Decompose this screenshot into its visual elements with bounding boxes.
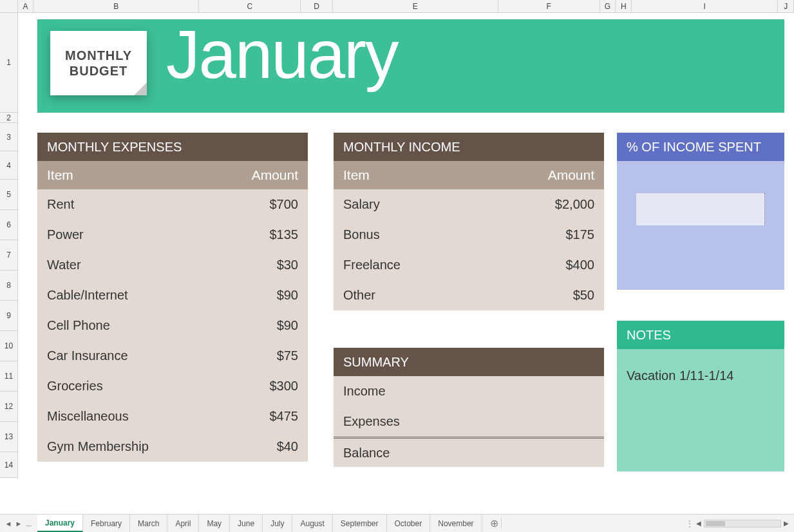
sheet-tab-january[interactable]: January: [37, 515, 83, 532]
note-line-1: MONTHLY: [65, 48, 132, 63]
col-header-B[interactable]: B: [33, 0, 199, 12]
tab-next-icon[interactable]: ►: [14, 520, 23, 527]
sheet-tab-september[interactable]: September: [333, 515, 387, 532]
hscroll-left-icon[interactable]: ◀: [696, 520, 701, 527]
note-line-2: BUDGET: [70, 63, 128, 79]
hscroll-thumb[interactable]: [706, 521, 725, 526]
income-panel: MONTHLY INCOME Item Amount Salary$2,000B…: [334, 133, 604, 310]
expense-item: Power: [37, 227, 270, 242]
col-header-G[interactable]: G: [600, 0, 616, 12]
summary-row[interactable]: Expenses: [334, 406, 604, 437]
expense-row[interactable]: Gym Membership$40: [37, 432, 308, 462]
summary-row[interactable]: Income: [334, 376, 604, 406]
summary-item: Balance: [334, 446, 594, 461]
row-header-9[interactable]: 9: [0, 301, 17, 331]
income-subheader: Item Amount: [334, 161, 604, 189]
income-row[interactable]: Bonus$175: [334, 220, 604, 250]
expense-item: Cell Phone: [37, 318, 277, 333]
tab-prev-icon[interactable]: ◄: [4, 520, 13, 527]
row-header-2[interactable]: 2: [0, 113, 17, 123]
income-item: Freelance: [334, 258, 566, 272]
col-header-J[interactable]: J: [778, 0, 794, 12]
expense-item: Miscellaneous: [37, 409, 270, 424]
expense-row[interactable]: Rent$700: [37, 189, 308, 220]
notes-header: NOTES: [617, 321, 784, 349]
hscroll-dots-icon[interactable]: ⋮: [686, 519, 694, 528]
sheet-tab-bar: ◄ ► ... JanuaryFebruaryMarchAprilMayJune…: [0, 514, 794, 532]
pct-income-panel: % OF INCOME SPENT: [617, 133, 784, 290]
col-header-I[interactable]: I: [632, 0, 778, 12]
hscroll-area: ⋮ ◀ ▶: [686, 519, 794, 528]
select-all-corner[interactable]: [0, 0, 18, 12]
expense-row[interactable]: Power$135: [37, 220, 308, 250]
expenses-col-amount: Amount: [252, 167, 308, 183]
row-header-4[interactable]: 4: [0, 151, 17, 180]
row-header-8[interactable]: 8: [0, 271, 17, 301]
sheet-tab-november[interactable]: November: [430, 515, 482, 532]
sheet-tab-july[interactable]: July: [263, 515, 292, 532]
tab-ellipsis[interactable]: ...: [24, 520, 33, 527]
expense-item: Rent: [37, 197, 270, 212]
sheet-tab-june[interactable]: June: [230, 515, 263, 532]
sheet-tab-october[interactable]: October: [387, 515, 431, 532]
income-amount: $175: [566, 227, 605, 242]
summary-row[interactable]: Balance: [334, 437, 604, 467]
col-header-E[interactable]: E: [333, 0, 498, 12]
income-row[interactable]: Freelance$400: [334, 250, 604, 280]
row-header-11[interactable]: 11: [0, 361, 17, 392]
sheet-tab-february[interactable]: February: [83, 515, 130, 532]
expense-row[interactable]: Groceries$300: [37, 371, 308, 401]
expense-amount: $30: [277, 258, 308, 272]
title-banner: MONTHLY BUDGET January: [37, 19, 784, 113]
hscroll-track[interactable]: [704, 520, 781, 527]
col-header-F[interactable]: F: [498, 0, 600, 12]
income-item: Salary: [334, 197, 555, 212]
sheet-tab-may[interactable]: May: [199, 515, 230, 532]
row-header-10[interactable]: 10: [0, 331, 17, 361]
sheet-tab-march[interactable]: March: [130, 515, 167, 532]
income-header: MONTHLY INCOME: [334, 133, 604, 161]
expenses-subheader: Item Amount: [37, 161, 308, 189]
expenses-panel: MONTHLY EXPENSES Item Amount Rent$700Pow…: [37, 133, 308, 462]
income-col-amount: Amount: [548, 167, 604, 183]
expense-row[interactable]: Water$30: [37, 250, 308, 280]
pct-header: % OF INCOME SPENT: [617, 133, 784, 161]
row-headers: 1234567891011121314: [0, 13, 18, 478]
row-header-7[interactable]: 7: [0, 240, 17, 271]
summary-item: Expenses: [334, 414, 594, 429]
notes-body[interactable]: Vacation 1/11-1/14: [617, 349, 784, 471]
income-item: Other: [334, 288, 573, 303]
income-row[interactable]: Salary$2,000: [334, 189, 604, 220]
expense-row[interactable]: Car Insurance$75: [37, 341, 308, 371]
expense-amount: $475: [270, 409, 308, 424]
row-header-14[interactable]: 14: [0, 452, 17, 478]
income-amount: $2,000: [555, 197, 604, 212]
expenses-col-item: Item: [37, 167, 252, 183]
expense-row[interactable]: Cell Phone$90: [37, 310, 308, 341]
summary-header: SUMMARY: [334, 348, 604, 376]
hscroll-right-icon[interactable]: ▶: [784, 520, 789, 527]
sticky-note: MONTHLY BUDGET: [50, 31, 147, 95]
col-header-C[interactable]: C: [199, 0, 301, 12]
column-headers: A B C D E F G H I J: [0, 0, 794, 13]
expense-row[interactable]: Miscellaneous$475: [37, 401, 308, 432]
expense-amount: $135: [270, 227, 308, 242]
row-header-1[interactable]: 1: [0, 13, 17, 113]
row-header-6[interactable]: 6: [0, 210, 17, 240]
row-header-13[interactable]: 13: [0, 422, 17, 452]
expense-row[interactable]: Cable/Internet$90: [37, 280, 308, 310]
income-item: Bonus: [334, 227, 566, 242]
row-header-12[interactable]: 12: [0, 392, 17, 422]
row-header-3[interactable]: 3: [0, 123, 17, 151]
expense-item: Groceries: [37, 379, 270, 394]
col-header-A[interactable]: A: [18, 0, 34, 12]
income-row[interactable]: Other$50: [334, 280, 604, 310]
sheet-tab-august[interactable]: August: [292, 515, 332, 532]
expense-item: Water: [37, 258, 277, 272]
add-sheet-button[interactable]: ⊕: [482, 517, 502, 529]
col-header-H[interactable]: H: [616, 0, 632, 12]
sheet-tab-april[interactable]: April: [167, 515, 199, 532]
col-header-D[interactable]: D: [301, 0, 332, 12]
expense-amount: $700: [270, 197, 308, 212]
row-header-5[interactable]: 5: [0, 180, 17, 210]
